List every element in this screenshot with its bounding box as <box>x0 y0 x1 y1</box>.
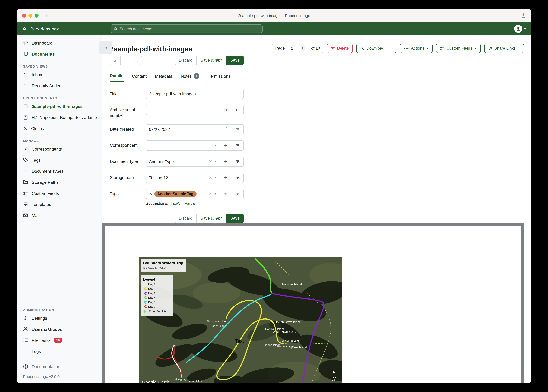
sidebar-item-file-tasks[interactable]: File Tasks 16 <box>17 335 102 346</box>
legend-label: Day 4 <box>148 296 156 299</box>
sidebar-item-close-all[interactable]: Close all <box>17 123 102 134</box>
custom-fields-button[interactable]: Custom Fields <box>436 44 481 53</box>
download-icon <box>360 46 364 50</box>
sidebar-item-logs[interactable]: Logs <box>17 346 102 357</box>
zoom-window-button[interactable] <box>35 14 39 17</box>
close-window-button[interactable] <box>22 14 26 17</box>
share-icon[interactable] <box>521 13 526 18</box>
history-back-button[interactable]: ‹ <box>45 13 47 19</box>
custom-fields-button-label: Custom Fields <box>447 46 472 50</box>
divider <box>110 69 244 69</box>
correspondent-filter-button[interactable] <box>231 141 244 150</box>
sidebar-item-users-groups[interactable]: Users & Groups <box>17 324 102 335</box>
title-input[interactable] <box>149 91 240 96</box>
storage-path-filter-button[interactable] <box>231 173 244 182</box>
sidebar-item-label: H7_Napoleon_Bonaparte_zadanie <box>32 115 97 120</box>
sidebar-item-recently-added[interactable]: Recently Added <box>17 80 102 91</box>
sidebar-item-label: Close all <box>31 126 47 131</box>
window-controls <box>22 14 39 17</box>
sidebar-item-inbox[interactable]: Inbox <box>17 69 102 80</box>
tag-icon <box>23 157 28 162</box>
envelope-icon <box>23 213 28 218</box>
window-title: 2sample-pdf-with-images - Paperless-ngx <box>17 13 531 18</box>
sidebar-item-custom-fields[interactable]: Custom Fields <box>17 188 102 199</box>
legend-item: Day 3 <box>143 292 171 295</box>
date-filter-button[interactable] <box>231 125 244 134</box>
correspondent-select[interactable] <box>146 141 220 150</box>
sidebar-item-label: Dashboard <box>32 41 52 45</box>
sidebar-item-dashboard[interactable]: Dashboard <box>17 37 102 49</box>
page-stepper[interactable]: ▲▼ <box>301 46 305 50</box>
actions-button[interactable]: ••• Actions <box>400 44 433 53</box>
asn-stepper[interactable]: ▲▼ <box>224 108 229 112</box>
filter-lines-icon <box>235 192 240 196</box>
save-and-next-button-bottom[interactable]: Save & next <box>197 214 227 223</box>
custom-fields-icon <box>440 46 444 50</box>
app-brand[interactable]: Paperless-ngx <box>22 26 59 32</box>
add-tag-button[interactable]: + <box>220 189 231 199</box>
discard-button[interactable]: Discard <box>174 56 197 65</box>
tab-metadata[interactable]: Metadata <box>155 73 173 82</box>
date-created-input[interactable] <box>149 127 216 132</box>
sidebar-item-open-doc-2[interactable]: H7_Napoleon_Bonaparte_zadanie <box>17 112 102 123</box>
tags-select[interactable]: ✕ Another Sample Tag ✕ <box>146 189 220 199</box>
sidebar-item-correspondents[interactable]: Correspondents <box>17 143 102 154</box>
tag-chip[interactable]: Another Sample Tag <box>154 191 196 197</box>
sidebar-item-tags[interactable]: Tags <box>17 154 102 166</box>
document-type-filter-button[interactable] <box>231 157 244 166</box>
tab-details[interactable]: Details <box>110 73 123 82</box>
sidebar-item-documents[interactable]: Documents <box>17 49 102 59</box>
search-input[interactable] <box>120 27 260 31</box>
delete-button[interactable]: Delete <box>327 44 353 53</box>
filter-lines-icon <box>235 159 240 164</box>
save-button-bottom[interactable]: Save <box>226 214 244 223</box>
asn-input[interactable] <box>149 108 222 112</box>
sidebar-item-templates[interactable]: Templates <box>17 199 102 210</box>
notes-count-badge: 1 <box>194 73 199 79</box>
history-forward-button[interactable]: › <box>52 13 54 19</box>
sidebar-item-mail[interactable]: Mail <box>17 210 102 221</box>
download-button[interactable]: Download <box>356 44 388 53</box>
sidebar: Dashboard Documents SAVED VIEWS Inbox Re… <box>17 35 102 383</box>
global-search[interactable] <box>111 25 263 33</box>
sidebar-item-document-types[interactable]: # Document Types <box>17 166 102 177</box>
legend-label: Day 2 <box>148 287 156 290</box>
user-menu[interactable] <box>514 25 526 33</box>
sidebar-collapse-button[interactable]: « <box>99 41 112 54</box>
clear-icon[interactable]: ✕ <box>209 175 212 180</box>
minimize-window-button[interactable] <box>29 14 32 17</box>
next-document-button[interactable]: → <box>131 56 142 65</box>
discard-button-bottom[interactable]: Discard <box>174 214 197 223</box>
calendar-button[interactable] <box>220 125 231 134</box>
sidebar-item-settings[interactable]: Settings <box>17 313 102 324</box>
asn-plus-one-button[interactable]: +1 <box>231 105 244 115</box>
add-storage-path-button[interactable]: + <box>220 173 231 182</box>
tab-content[interactable]: Content <box>132 73 147 82</box>
sidebar-item-label: Documentation <box>32 364 60 369</box>
clear-icon[interactable]: ✕ <box>209 159 212 164</box>
tags-filter-button[interactable] <box>231 189 244 199</box>
share-links-button[interactable]: Share Links <box>484 44 524 53</box>
tab-notes[interactable]: Notes1 <box>181 73 199 82</box>
add-correspondent-button[interactable]: + <box>220 141 231 150</box>
sidebar-item-storage-paths[interactable]: Storage Paths <box>17 177 102 188</box>
document-type-select[interactable]: Another Type ✕ <box>146 157 220 166</box>
page-number-input[interactable] <box>291 46 299 50</box>
pdf-viewer-frame[interactable]: Hausons Island New York Island Gary Isla… <box>102 223 524 383</box>
sidebar-item-documentation[interactable]: Documentation <box>17 361 102 372</box>
add-document-type-button[interactable]: + <box>220 157 231 166</box>
close-document-button[interactable]: x <box>110 56 121 65</box>
sidebar-item-label: Templates <box>32 202 51 207</box>
previous-document-button[interactable]: ← <box>121 56 131 65</box>
sidebar-item-open-doc-1[interactable]: 2sample-pdf-with-images <box>17 101 102 112</box>
remove-tag-icon[interactable]: ✕ <box>149 192 152 196</box>
clear-icon[interactable]: ✕ <box>209 192 212 196</box>
storage-path-select[interactable]: Testing 12 ✕ <box>146 173 220 182</box>
tab-permissions[interactable]: Permissions <box>208 73 231 82</box>
page-number-field[interactable]: ▲▼ <box>288 44 308 53</box>
download-options-button[interactable] <box>388 44 396 53</box>
suggestion-link[interactable]: TagWithPartial <box>171 201 196 206</box>
task-list-icon <box>23 338 28 343</box>
save-button[interactable]: Save <box>226 56 244 65</box>
save-and-next-button[interactable]: Save & next <box>197 56 227 65</box>
